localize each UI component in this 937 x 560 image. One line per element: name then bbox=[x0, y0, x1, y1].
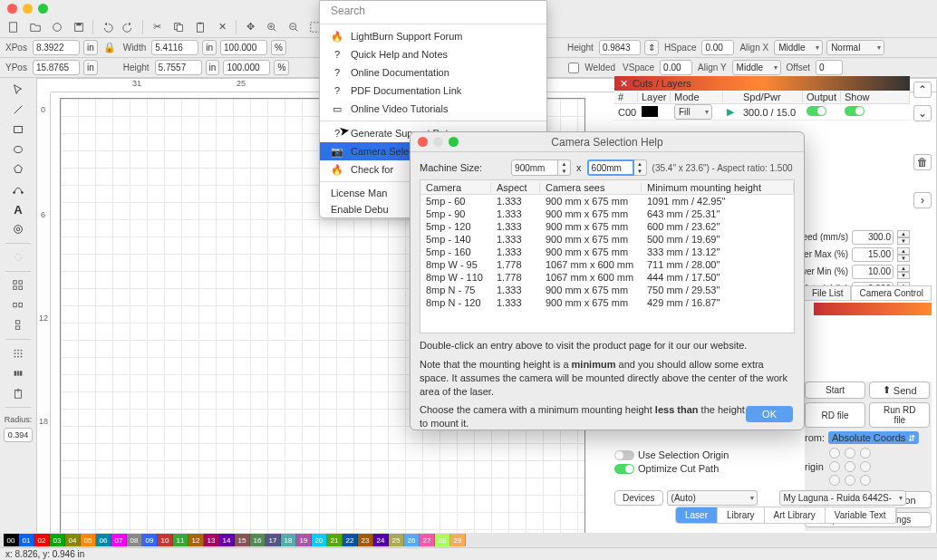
swatch-14[interactable]: 14 bbox=[219, 534, 235, 546]
swatch-10[interactable]: 10 bbox=[158, 534, 173, 546]
copy-along-icon[interactable] bbox=[9, 317, 27, 333]
line-tool-icon[interactable] bbox=[9, 101, 27, 118]
swatch-27[interactable]: 27 bbox=[420, 534, 435, 546]
camera-row[interactable]: 8mp N - 751.333900 mm x 675 mm750 mm / 2… bbox=[420, 284, 794, 296]
device-port-select[interactable]: (Auto) bbox=[667, 490, 758, 506]
delete-icon[interactable]: ✕ bbox=[212, 18, 232, 36]
zoom-in-icon[interactable] bbox=[262, 18, 282, 36]
optimize-toggle[interactable] bbox=[614, 464, 634, 474]
save-icon[interactable] bbox=[69, 18, 89, 36]
camera-row[interactable]: 8mp N - 1201.333900 mm x 675 mm429 mm / … bbox=[420, 296, 794, 309]
pmin-stepper[interactable]: ▲▼ bbox=[897, 265, 910, 279]
height-input[interactable] bbox=[155, 60, 202, 75]
xpos-input[interactable] bbox=[33, 40, 80, 55]
aligny-select[interactable]: Middle bbox=[732, 60, 781, 75]
play-icon[interactable]: ▶ bbox=[727, 106, 734, 117]
swatch-03[interactable]: 03 bbox=[50, 534, 65, 546]
swatch-07[interactable]: 07 bbox=[111, 534, 127, 546]
devices-button[interactable]: Devices bbox=[614, 490, 663, 506]
swatch-21[interactable]: 21 bbox=[327, 534, 343, 546]
swatch-01[interactable]: 01 bbox=[19, 534, 34, 546]
next-icon[interactable]: › bbox=[913, 192, 932, 208]
height-stepper[interactable]: ⇕ bbox=[644, 40, 659, 55]
zoom-window[interactable] bbox=[38, 4, 48, 14]
machine-height-input[interactable] bbox=[587, 159, 634, 176]
swatch-08[interactable]: 08 bbox=[127, 534, 142, 546]
mh-stepper[interactable]: ▲▼ bbox=[634, 159, 647, 176]
paste-icon[interactable] bbox=[190, 18, 210, 36]
swatch-11[interactable]: 11 bbox=[173, 534, 188, 546]
ellipse-tool-icon[interactable] bbox=[9, 141, 27, 158]
cursor-tool-icon[interactable] bbox=[9, 82, 27, 98]
camera-row[interactable]: 5mp - 1201.333900 mm x 675 mm600 mm / 23… bbox=[420, 220, 794, 233]
ypos-input[interactable] bbox=[33, 60, 80, 75]
start-from-select[interactable]: Absolute Coords ⇵ bbox=[828, 431, 919, 444]
xpos-unit[interactable]: in bbox=[83, 40, 98, 55]
camera-row[interactable]: 5mp - 1401.333900 mm x 675 mm500 mm / 19… bbox=[420, 233, 794, 246]
menu-item[interactable]: ▭Online Video Tutorials bbox=[320, 100, 546, 118]
menu-item[interactable]: ?Online Documentation bbox=[320, 63, 546, 82]
library-tab[interactable]: Library bbox=[718, 507, 765, 523]
scale-y-input[interactable] bbox=[223, 60, 270, 75]
swatch-28[interactable]: 28 bbox=[435, 534, 450, 546]
menu-search[interactable]: Search bbox=[320, 1, 546, 21]
width-unit[interactable]: in bbox=[202, 40, 217, 55]
camera-row[interactable]: 8mp W - 1101.7781067 mm x 600 mm444 mm /… bbox=[420, 271, 794, 284]
swatch-23[interactable]: 23 bbox=[358, 534, 373, 546]
redo-icon[interactable] bbox=[119, 18, 139, 36]
vartext-tab[interactable]: Variable Text bbox=[826, 507, 896, 523]
boolean-icon[interactable] bbox=[9, 365, 27, 381]
artlibrary-tab[interactable]: Art Library bbox=[765, 507, 826, 523]
camera-row[interactable]: 8mp W - 951.7781067 mm x 600 mm711 mm / … bbox=[420, 258, 794, 271]
camera-row[interactable]: 5mp - 1601.333900 mm x 675 mm333 mm / 13… bbox=[420, 246, 794, 258]
edit-nodes-icon[interactable] bbox=[9, 181, 27, 198]
filelist-tab[interactable]: File List bbox=[804, 285, 851, 300]
pmin-input[interactable] bbox=[852, 265, 894, 279]
font-style-select[interactable]: Normal bbox=[826, 40, 884, 55]
menu-item[interactable]: ?Quick Help and Notes bbox=[320, 45, 546, 63]
welded-checkbox[interactable] bbox=[568, 63, 579, 73]
scale-x-input[interactable] bbox=[220, 40, 267, 55]
height-unit[interactable]: in bbox=[206, 60, 220, 75]
swatch-25[interactable]: 25 bbox=[389, 534, 404, 546]
cut-icon[interactable]: ✂ bbox=[147, 18, 167, 36]
copy-icon[interactable] bbox=[169, 18, 188, 36]
polygon-tool-icon[interactable] bbox=[9, 161, 27, 178]
start-button[interactable]: Start bbox=[805, 381, 865, 399]
right-height-input[interactable] bbox=[599, 40, 641, 55]
rectangle-tool-icon[interactable] bbox=[9, 121, 27, 138]
mode-select[interactable]: Fill bbox=[674, 104, 712, 120]
offset-tool-icon[interactable] bbox=[9, 221, 27, 237]
ok-button[interactable]: OK bbox=[746, 406, 793, 422]
close-window[interactable] bbox=[7, 4, 17, 14]
pan-icon[interactable]: ✥ bbox=[240, 18, 260, 36]
swatch-05[interactable]: 05 bbox=[81, 534, 96, 546]
new-icon[interactable] bbox=[4, 18, 24, 36]
mw-stepper[interactable]: ▲▼ bbox=[558, 159, 571, 176]
pmax-input[interactable] bbox=[852, 247, 894, 262]
laser-tab[interactable]: Laser bbox=[676, 507, 718, 523]
move-up-icon[interactable]: ⌃ bbox=[913, 82, 932, 98]
use-selection-toggle[interactable] bbox=[614, 450, 634, 460]
minimize-window[interactable] bbox=[23, 4, 33, 14]
swatch-19[interactable]: 19 bbox=[296, 534, 312, 546]
swatch-18[interactable]: 18 bbox=[281, 534, 296, 546]
menu-item[interactable]: 🔥LightBurn Support Forum bbox=[320, 27, 546, 45]
radius-input[interactable] bbox=[4, 428, 33, 442]
swatch-29[interactable]: 29 bbox=[450, 534, 466, 546]
swatch-22[interactable]: 22 bbox=[343, 534, 358, 546]
show-toggle[interactable] bbox=[845, 106, 865, 116]
undo-icon[interactable] bbox=[97, 18, 117, 36]
offset-input[interactable] bbox=[816, 60, 843, 75]
text-tool-icon[interactable]: A bbox=[9, 201, 27, 217]
send-button[interactable]: ⬆ Send bbox=[869, 381, 930, 399]
cuts-row[interactable]: C00 Fill ▶ 300.0 / 15.0 bbox=[614, 104, 910, 121]
camera-row[interactable]: 5mp - 901.333900 mm x 675 mm643 mm / 25.… bbox=[420, 208, 794, 220]
swatch-17[interactable]: 17 bbox=[266, 534, 281, 546]
ypos-unit[interactable]: in bbox=[83, 60, 98, 75]
swatch-04[interactable]: 04 bbox=[65, 534, 81, 546]
camera-row[interactable]: 5mp - 601.333900 mm x 675 mm1091 mm / 42… bbox=[420, 195, 794, 208]
close-icon[interactable]: ✕ bbox=[620, 78, 629, 90]
swatch-09[interactable]: 09 bbox=[142, 534, 158, 546]
lock-icon[interactable]: 🔒 bbox=[101, 40, 118, 56]
